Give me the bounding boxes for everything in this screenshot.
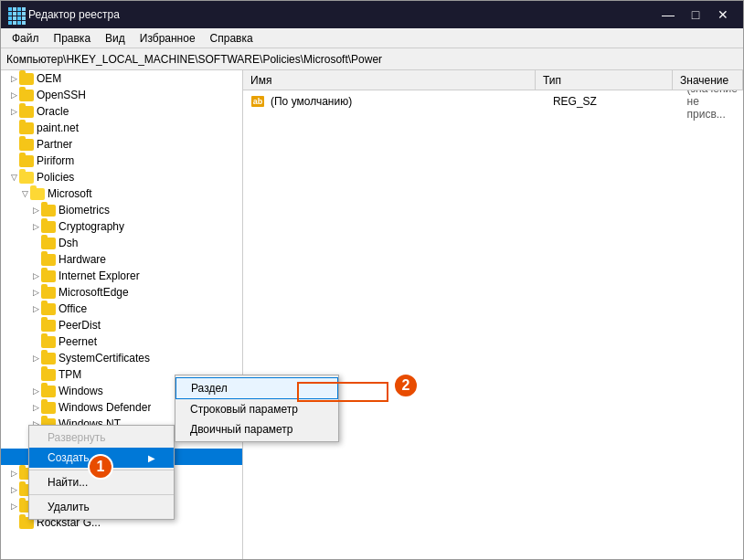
tree-arrow: ▷	[8, 103, 19, 120]
maximize-button[interactable]: □	[683, 2, 708, 27]
folder-icon	[41, 386, 56, 397]
folder-icon	[41, 221, 56, 233]
tree-item-microsoft[interactable]: ▽ Microsoft	[1, 185, 242, 202]
ctx-expand[interactable]: Развернуть	[29, 428, 174, 448]
tree-item-peernet[interactable]: Peernet	[1, 333, 242, 350]
submenu-item-section[interactable]: Раздел	[175, 377, 338, 399]
ab-icon: ab	[251, 96, 265, 107]
tree-item-ie[interactable]: ▷ Internet Explorer	[1, 268, 242, 284]
menu-view[interactable]: Вид	[98, 30, 133, 47]
tree-label: TPM	[58, 368, 81, 381]
reg-value-default: (значение не присв...	[687, 90, 738, 121]
tree-arrow	[8, 514, 19, 531]
tree-item-cryptography[interactable]: ▷ Cryptography	[1, 218, 242, 235]
tree-arrow	[8, 136, 19, 153]
tree-label: paint.net	[37, 122, 79, 134]
address-bar: Компьютер\HKEY_LOCAL_MACHINE\SOFTWARE\Po…	[1, 48, 743, 70]
tree-item-syscerts[interactable]: ▷ SystemCertificates	[1, 350, 242, 366]
folder-icon	[41, 287, 56, 299]
submenu-arrow-icon: ▶	[148, 453, 155, 463]
submenu-string-label: Строковый параметр	[190, 403, 298, 416]
folder-icon	[19, 90, 34, 101]
tree-arrow: ▷	[8, 87, 19, 103]
registry-editor-window: Редактор реестра — □ ✕ Файл Правка Вид И…	[0, 0, 744, 560]
tree-item-paintnet[interactable]: paint.net	[1, 120, 242, 136]
tree-label: Oracle	[37, 105, 69, 118]
menu-file[interactable]: Файл	[5, 30, 47, 47]
tree-arrow: ▽	[8, 169, 19, 185]
tree-item-office[interactable]: ▷ Office	[1, 301, 242, 317]
submenu-item-string[interactable]: Строковый параметр	[175, 399, 338, 419]
tree-item-dsh[interactable]: Dsh	[1, 235, 242, 251]
folder-icon	[41, 353, 56, 365]
tree-arrow	[30, 235, 41, 251]
tree-arrow	[8, 120, 19, 136]
col-header-name: Имя	[243, 70, 536, 90]
folder-icon-open	[30, 188, 45, 200]
tree-arrow: ▷	[8, 481, 19, 498]
tree-item-openssh[interactable]: ▷ OpenSSH	[1, 87, 242, 103]
tree-label: MicrosoftEdge	[58, 286, 129, 299]
tree-label: Dsh	[58, 237, 78, 249]
tree-arrow: ▷	[30, 284, 41, 301]
close-button[interactable]: ✕	[710, 2, 736, 27]
ctx-create-label: Создать	[48, 451, 90, 464]
tree-item-piriform[interactable]: Piriform	[1, 153, 242, 169]
ctx-delete-label: Удалить	[48, 501, 90, 513]
tree-label: Biometrics	[58, 204, 110, 217]
folder-icon	[19, 73, 34, 85]
tree-item-partner[interactable]: Partner	[1, 136, 242, 153]
right-panel: Имя Тип Значение ab (По умолчанию) REG_S…	[243, 70, 743, 559]
tree-arrow: ▷	[8, 498, 19, 514]
main-content: ▷ OEM ▷ OpenSSH ▷ Oracle paint.net	[1, 70, 743, 559]
submenu: Раздел Строковый параметр Двоичный парам…	[175, 375, 339, 442]
tree-item-oem[interactable]: ▷ OEM	[1, 70, 242, 87]
tree-arrow	[30, 317, 41, 333]
tree-arrow: ▷	[30, 383, 41, 399]
tree-label: Cryptography	[58, 220, 124, 233]
submenu-item-binary[interactable]: Двоичный параметр	[175, 419, 338, 439]
tree-label: Office	[58, 302, 87, 315]
tree-item-peerdist[interactable]: PeerDist	[1, 317, 242, 333]
step-badge-1: 1	[88, 454, 113, 480]
step-badge-2: 2	[393, 373, 419, 398]
ctx-delete[interactable]: Удалить	[29, 497, 174, 517]
folder-icon	[19, 122, 34, 134]
app-icon	[8, 7, 23, 22]
tree-arrow: ▷	[30, 268, 41, 284]
folder-icon	[41, 320, 56, 332]
tree-item-oracle[interactable]: ▷ Oracle	[1, 103, 242, 120]
folder-icon	[41, 336, 56, 348]
tree-label: Policies	[37, 171, 74, 184]
tree-item-policies[interactable]: ▽ Policies	[1, 169, 242, 185]
address-path: Компьютер\HKEY_LOCAL_MACHINE\SOFTWARE\Po…	[6, 53, 382, 66]
folder-icon	[19, 139, 34, 151]
reg-entry-default[interactable]: ab (По умолчанию) REG_SZ (значение не пр…	[245, 92, 741, 111]
tree-label: Partner	[37, 138, 72, 151]
submenu-section-label: Раздел	[191, 382, 228, 395]
folder-icon	[19, 106, 34, 118]
tree-item-msedge[interactable]: ▷ MicrosoftEdge	[1, 284, 242, 301]
menu-edit[interactable]: Правка	[47, 30, 99, 47]
menu-help[interactable]: Справка	[203, 30, 260, 47]
tree-arrow: ▷	[30, 350, 41, 366]
tree-panel[interactable]: ▷ OEM ▷ OpenSSH ▷ Oracle paint.net	[1, 70, 243, 559]
submenu-binary-label: Двоичный параметр	[190, 423, 293, 436]
folder-icon	[19, 155, 34, 167]
tree-item-hardware[interactable]: Hardware	[1, 251, 242, 268]
folder-icon	[41, 369, 56, 381]
window-title: Редактор реестра	[28, 8, 655, 21]
tree-arrow: ▷	[30, 301, 41, 317]
folder-icon-open	[19, 172, 34, 184]
col-header-type: Тип	[536, 70, 673, 90]
minimize-button[interactable]: —	[655, 2, 681, 27]
tree-arrow: ▷	[8, 465, 19, 481]
tree-arrow: ▽	[19, 185, 30, 202]
menu-favorites[interactable]: Избранное	[133, 30, 203, 47]
tree-item-biometrics[interactable]: ▷ Biometrics	[1, 202, 242, 218]
folder-icon	[41, 238, 56, 249]
title-bar: Редактор реестра — □ ✕	[1, 1, 743, 28]
col-header-value: Значение	[673, 70, 743, 90]
registry-entries: ab (По умолчанию) REG_SZ (значение не пр…	[243, 90, 743, 559]
tree-label: Windows	[58, 385, 103, 397]
